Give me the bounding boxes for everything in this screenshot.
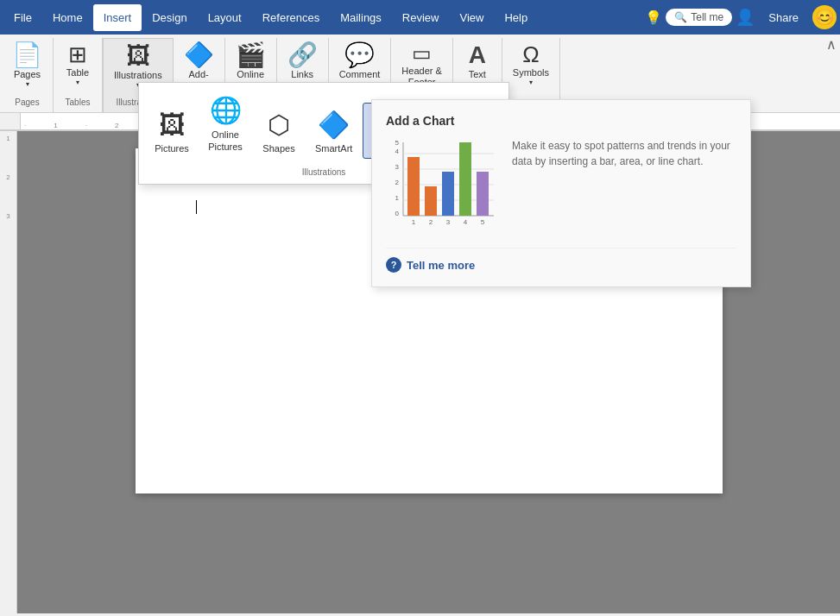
- svg-text:2: 2: [429, 218, 433, 226]
- pictures-button[interactable]: 🖼 Pictures: [146, 105, 198, 159]
- svg-rect-13: [425, 186, 437, 216]
- tell-me-more-label: Tell me more: [407, 259, 475, 272]
- menu-layout[interactable]: Layout: [198, 4, 252, 31]
- table-icon: ⊞: [68, 43, 87, 66]
- svg-text:0: 0: [395, 210, 400, 217]
- chart-tooltip: Add a Chart 0 1 2 3 4 5: [371, 99, 751, 287]
- symbols-icon: Ω: [522, 43, 539, 66]
- online-pictures-button[interactable]: 🌐 OnlinePictures: [199, 90, 251, 159]
- menu-design[interactable]: Design: [142, 4, 197, 31]
- svg-text:5: 5: [481, 218, 485, 226]
- comment-icon: 💬: [344, 43, 375, 67]
- text-cursor: [196, 200, 197, 214]
- pictures-label: Pictures: [155, 143, 189, 154]
- header-footer-icon: ▭: [412, 43, 432, 64]
- chevron-down-icon: ▾: [76, 79, 79, 86]
- svg-rect-16: [477, 172, 489, 216]
- chart-tooltip-body: 0 1 2 3 4 5: [386, 138, 736, 236]
- ruler-corner: [0, 113, 21, 130]
- person-icon: 👤: [736, 8, 755, 27]
- text-icon: A: [469, 43, 486, 67]
- illustrations-icon: 🖼: [126, 44, 150, 68]
- chart-tooltip-title: Add a Chart: [386, 114, 736, 128]
- links-icon: 🔗: [287, 43, 318, 67]
- pages-button[interactable]: 📄 Pages ▾: [7, 40, 47, 91]
- tables-group-label: Tables: [59, 96, 97, 110]
- online-pictures-icon: 🌐: [210, 95, 242, 125]
- pages-icon: 📄: [12, 43, 42, 67]
- svg-text:2: 2: [395, 179, 400, 186]
- question-icon: ?: [386, 257, 401, 273]
- svg-text:1: 1: [412, 218, 416, 226]
- pages-group-label: Pages: [7, 96, 47, 110]
- svg-rect-14: [442, 172, 454, 216]
- collapse-ribbon-button[interactable]: ∧: [826, 36, 837, 53]
- tell-me-more-button[interactable]: ? Tell me more: [386, 248, 736, 273]
- tell-me-text: Tell me: [691, 11, 723, 23]
- svg-text:3: 3: [395, 163, 400, 171]
- svg-text:4: 4: [464, 218, 468, 226]
- menu-mailings[interactable]: Mailings: [330, 4, 392, 31]
- menu-file[interactable]: File: [3, 4, 42, 31]
- menu-bar-right: 💡 🔍 Tell me 👤 Share 😊: [645, 5, 837, 29]
- smartart-icon: 🔷: [318, 110, 350, 140]
- symbols-button[interactable]: Ω Symbols ▾: [508, 40, 554, 90]
- chevron-down-icon: ▾: [26, 80, 29, 88]
- chart-tooltip-description: Make it easy to spot patterns and trends…: [512, 138, 736, 169]
- menu-review[interactable]: Review: [392, 4, 450, 31]
- comment-button[interactable]: 💬 Comment: [334, 40, 386, 84]
- shapes-icon: ⬡: [268, 110, 290, 140]
- ribbon-group-pages: 📄 Pages ▾ Pages: [2, 38, 54, 112]
- chart-preview: 0 1 2 3 4 5: [386, 138, 498, 236]
- chart-svg: 0 1 2 3 4 5: [386, 138, 498, 233]
- video-icon: 🎬: [236, 43, 266, 67]
- menu-help[interactable]: Help: [494, 4, 538, 31]
- pictures-icon: 🖼: [159, 110, 185, 140]
- svg-text:5: 5: [395, 139, 400, 147]
- menu-bar: File Home Insert Design Layout Reference…: [0, 0, 840, 35]
- smartart-label: SmartArt: [315, 143, 352, 154]
- table-button[interactable]: ⊞ Table ▾: [59, 40, 97, 90]
- addins-icon: 🔷: [184, 43, 214, 67]
- search-icon: 🔍: [674, 11, 687, 23]
- shapes-label: Shapes: [262, 143, 294, 154]
- svg-text:3: 3: [446, 218, 451, 226]
- emoji-button[interactable]: 😊: [812, 5, 837, 29]
- menu-view[interactable]: View: [449, 4, 494, 31]
- menu-references[interactable]: References: [252, 4, 330, 31]
- svg-rect-15: [459, 142, 471, 216]
- menu-insert[interactable]: Insert: [93, 4, 142, 31]
- shapes-button[interactable]: ⬡ Shapes: [253, 104, 305, 159]
- tell-me-input[interactable]: 🔍 Tell me: [666, 9, 732, 26]
- ribbon-group-tables: ⊞ Table ▾ Tables: [54, 38, 103, 112]
- vertical-ruler: 123: [0, 131, 17, 613]
- smartart-button[interactable]: 🔷 SmartArt: [306, 104, 361, 159]
- svg-rect-12: [407, 157, 420, 216]
- lightbulb-icon: 💡: [645, 9, 662, 26]
- svg-text:4: 4: [395, 148, 400, 155]
- online-pictures-label: OnlinePictures: [208, 129, 243, 154]
- menu-home[interactable]: Home: [42, 4, 93, 31]
- svg-text:1: 1: [395, 194, 400, 202]
- share-button[interactable]: Share: [758, 7, 809, 28]
- chevron-down-icon: ▾: [529, 79, 533, 86]
